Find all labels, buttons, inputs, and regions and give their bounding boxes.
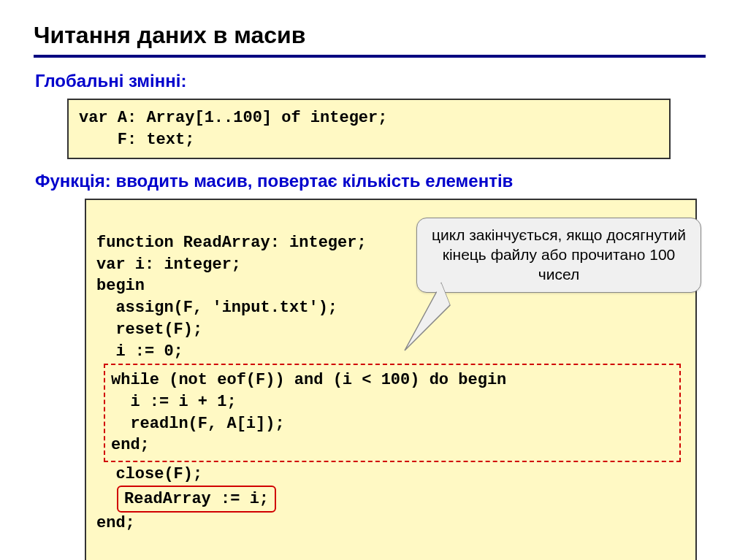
slide-title: Читання даних в масив	[34, 22, 714, 49]
function-label: Функція: вводить масив, повертає кількіс…	[35, 171, 714, 191]
fn-head: function ReadArray: integer; var i: inte…	[96, 234, 367, 360]
fn-end: end;	[96, 514, 135, 532]
loop-callout: цикл закінчується, якщо досягнутий кінец…	[416, 218, 701, 293]
globals-label: Глобальні змінні:	[35, 71, 714, 91]
globals-code-box: var A: Array[1..100] of integer; F: text…	[67, 99, 671, 159]
title-underline	[34, 55, 706, 58]
fn-close: close(F);	[96, 465, 202, 483]
loop-highlight-box: while (not eof(F)) and (i < 100) do begi…	[104, 364, 681, 462]
callout-tail-icon	[383, 277, 456, 365]
return-highlight-box: ReadArray := i;	[117, 486, 276, 513]
